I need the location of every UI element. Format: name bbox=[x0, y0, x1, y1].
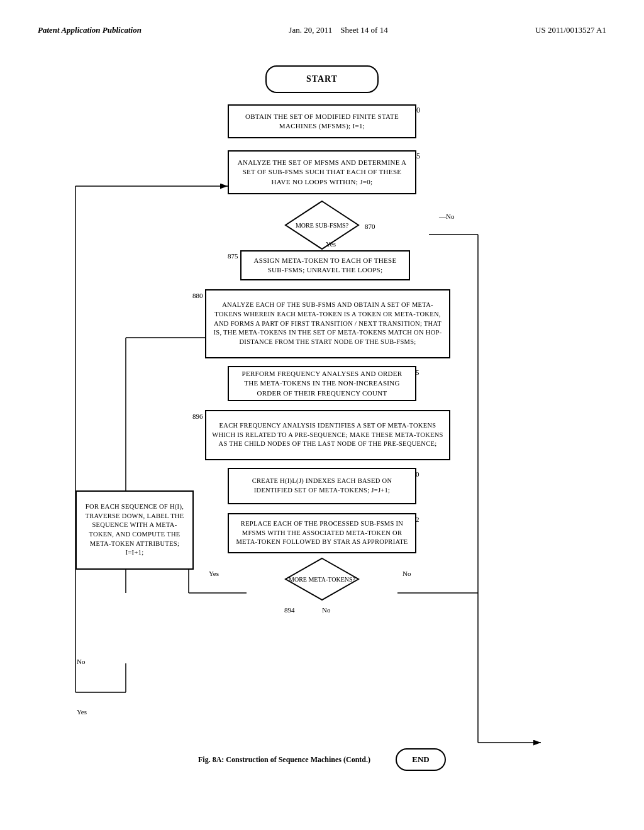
node-896-text: Each frequency analysis identifies a set… bbox=[211, 421, 444, 449]
node-890-text: Create H(I)L(J) indexes each based on id… bbox=[234, 477, 410, 495]
node-875-text: Assign meta-token to each of these sub-F… bbox=[247, 256, 404, 275]
no-label-sub-fsms: —No bbox=[439, 213, 454, 220]
node-860: Obtain the set of modified finite state … bbox=[228, 104, 416, 138]
yes-label-meta: Yes bbox=[209, 570, 219, 577]
yes-label-bottom: Yes bbox=[77, 708, 87, 716]
node-875: Assign meta-token to each of these sub-F… bbox=[240, 250, 410, 280]
caption-text: Fig. 8A: Construction of Sequence Machin… bbox=[198, 755, 370, 765]
end-node: End bbox=[396, 748, 446, 771]
page: Patent Application Publication Jan. 20, … bbox=[0, 0, 644, 830]
no-label-meta: No bbox=[322, 606, 330, 614]
label-894: 894 bbox=[284, 606, 295, 614]
label-875: 875 bbox=[228, 252, 238, 260]
node-865-text: Analyze the set of MFSMs and determine a… bbox=[234, 158, 410, 187]
diamond-more-sub-fsms: More Sub-FSMs? bbox=[284, 200, 360, 250]
node-896b-text: For each sequence of H(I), traverse down… bbox=[82, 502, 187, 558]
header-patent-number: US 2011/0013527 A1 bbox=[535, 25, 606, 35]
end-label: End bbox=[412, 755, 429, 765]
node-880: Analyze each of the Sub-FSMs and obtain … bbox=[205, 289, 450, 358]
figure-caption: Fig. 8A: Construction of Sequence Machin… bbox=[38, 748, 606, 771]
node-860-text: Obtain the set of modified finite state … bbox=[234, 112, 410, 131]
no-label-896b: No bbox=[77, 658, 85, 665]
node-896: Each frequency analysis identifies a set… bbox=[205, 410, 450, 460]
yes-label-sub-fsms: Yes bbox=[326, 240, 336, 248]
start-node: Start bbox=[265, 65, 379, 93]
label-896-top: 896 bbox=[192, 412, 203, 420]
page-header: Patent Application Publication Jan. 20, … bbox=[38, 25, 606, 35]
header-date-sheet: Jan. 20, 2011 Sheet 14 of 14 bbox=[289, 25, 387, 35]
node-865: Analyze the set of MFSMs and determine a… bbox=[228, 150, 416, 194]
node-885: Perform frequency analyses and order the… bbox=[228, 366, 416, 401]
node-880-text: Analyze each of the Sub-FSMs and obtain … bbox=[211, 301, 444, 346]
node-892-text: Replace each of the processed Sub-FSMs i… bbox=[234, 519, 410, 547]
node-890: Create H(I)L(J) indexes each based on id… bbox=[228, 468, 416, 504]
node-885-text: Perform frequency analyses and order the… bbox=[234, 369, 410, 398]
node-896b: For each sequence of H(I), traverse down… bbox=[75, 490, 194, 570]
flowchart: Start 860 Obtain the set of modified fin… bbox=[38, 54, 606, 777]
label-880: 880 bbox=[192, 292, 203, 299]
diamond-more-meta-tokens: More Meta-Tokens? bbox=[284, 557, 360, 601]
start-label: Start bbox=[306, 74, 338, 84]
node-892: Replace each of the processed Sub-FSMs i… bbox=[228, 513, 416, 553]
no-label-right: No bbox=[402, 570, 411, 577]
diamond-more-sub-fsms-text: More Sub-FSMs? bbox=[296, 221, 348, 230]
diamond-more-meta-text: More Meta-Tokens? bbox=[289, 575, 355, 584]
label-870: 870 bbox=[365, 223, 375, 230]
header-publication: Patent Application Publication bbox=[38, 25, 142, 35]
